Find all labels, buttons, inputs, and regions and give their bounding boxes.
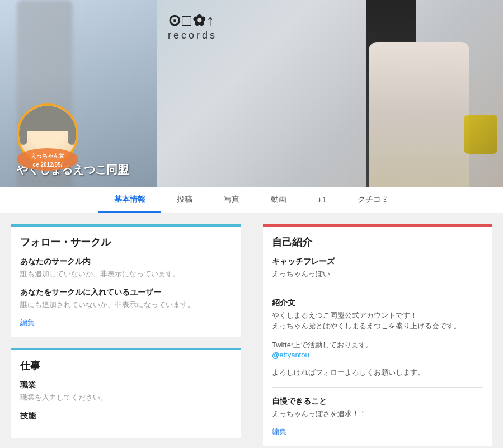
- occupation-label: 職業: [20, 380, 232, 390]
- tab-posts[interactable]: 投稿: [161, 188, 208, 213]
- bag-accent: [464, 115, 497, 154]
- bio-label: 紹介文: [272, 298, 483, 308]
- banner-left: えっちゃん党 ce 2012/05/ やくしまるえつこ同盟: [0, 0, 157, 187]
- tab-basic-info[interactable]: 基本情報: [98, 188, 161, 213]
- main-content: フォロー・サークル あなたのサークル内 誰も追加していないか、非表示になっていま…: [0, 213, 503, 448]
- your-circles-value: 誰も追加していないか、非表示になっています。: [20, 268, 232, 280]
- right-column: 自己紹介 キャッチフレーズ えっちゃんっぽい 紹介文 やくしまるえつこ同盟公式ア…: [252, 224, 503, 448]
- skills-label: 技能: [20, 411, 232, 421]
- tabs-bar: 基本情報 投稿 写真 動画 +1 クチコミ: [0, 187, 503, 213]
- proud-label: 自慢できること: [272, 397, 483, 407]
- intro-edit-link[interactable]: 編集: [272, 427, 286, 436]
- twitter-block: Twitter上で活動しております。 @ettyantou: [272, 339, 483, 360]
- tab-reviews[interactable]: クチコミ: [342, 188, 405, 213]
- bio-line2: えっちゃん党とはやくしまるえつこを盛り上げる会です。: [272, 320, 483, 332]
- logo-symbols: ⊙□✿↑: [168, 11, 503, 30]
- your-circles-block: あなたのサークル内 誰も追加していないか、非表示になっています。: [20, 257, 232, 280]
- left-column: フォロー・サークル あなたのサークル内 誰も追加していないか、非表示になっていま…: [0, 224, 252, 448]
- banner-right: ⊙□✿↑ records: [157, 0, 503, 187]
- anime-body: [369, 42, 469, 187]
- follow-appeal: よろしければフォローよろしくお願いします。: [272, 367, 483, 378]
- in-circles-value: 誰にも追加されていないか、非表示になっています。: [20, 299, 232, 310]
- follow-section: フォロー・サークル あなたのサークル内 誰も追加していないか、非表示になっていま…: [11, 224, 241, 337]
- catchphrase-value: えっちゃんっぽい: [272, 268, 483, 280]
- badge-line2: ce 2012/05/: [33, 162, 63, 168]
- divider-1: [272, 289, 483, 289]
- twitter-line: Twitter上で活動しております。: [272, 339, 483, 351]
- tab-videos[interactable]: 動画: [255, 188, 302, 213]
- avatar-hair-side-right: [68, 114, 76, 145]
- intro-section: 自己紹介 キャッチフレーズ えっちゃんっぽい 紹介文 やくしまるえつこ同盟公式ア…: [263, 224, 492, 446]
- twitter-handle[interactable]: @ettyantou: [272, 351, 309, 359]
- occupation-value: 職業を入力してください。: [20, 392, 232, 403]
- avatar-hair-side-left: [19, 114, 27, 145]
- divider-2: [272, 387, 483, 388]
- follow-appeal-block: よろしければフォローよろしくお願いします。: [272, 367, 483, 378]
- skills-block: 技能: [20, 411, 232, 421]
- records-logo: ⊙□✿↑ records: [168, 11, 503, 41]
- work-section: 仕事 職業 職業を入力してください。 技能: [11, 348, 241, 438]
- bio-block: 紹介文 やくしまるえつこ同盟公式アカウントです！ えっちゃん党とはやくしまるえつ…: [272, 298, 483, 332]
- occupation-block: 職業 職業を入力してください。: [20, 380, 232, 403]
- in-circles-block: あなたをサークルに入れているユーザー 誰にも追加されていないか、非表示になってい…: [20, 287, 232, 310]
- logo-text: records: [168, 30, 217, 41]
- your-circles-label: あなたのサークル内: [20, 257, 232, 267]
- banner: えっちゃん党 ce 2012/05/ やくしまるえつこ同盟 ⊙□✿↑ recor…: [0, 0, 503, 187]
- catchphrase-label: キャッチフレーズ: [272, 257, 483, 267]
- follow-section-title: フォロー・サークル: [20, 235, 232, 249]
- tab-plus1[interactable]: +1: [302, 188, 342, 213]
- avatar-badge: えっちゃん党 ce 2012/05/: [17, 148, 78, 171]
- bio-line1: やくしまるえつこ同盟公式アカウントです！: [272, 310, 483, 321]
- proud-value: えっちゃんっぽさを追求！！: [272, 408, 483, 419]
- tab-photos[interactable]: 写真: [208, 188, 255, 213]
- proud-block: 自慢できること えっちゃんっぽさを追求！！: [272, 397, 483, 419]
- in-circles-label: あなたをサークルに入れているユーザー: [20, 287, 232, 298]
- follow-edit-link[interactable]: 編集: [20, 318, 35, 327]
- badge-line1: えっちゃん党: [31, 153, 64, 159]
- catchphrase-block: キャッチフレーズ えっちゃんっぽい: [272, 257, 483, 280]
- work-section-title: 仕事: [20, 359, 232, 372]
- intro-section-title: 自己紹介: [272, 235, 483, 249]
